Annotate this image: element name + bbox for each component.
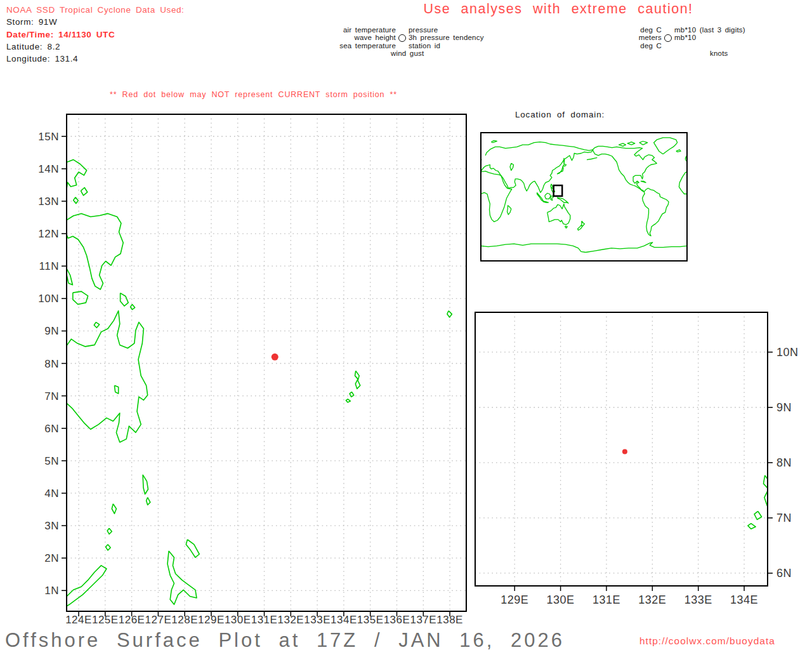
coastline — [784, 221, 791, 230]
y-tick-label: 8N — [776, 456, 792, 469]
x-tick-label: 128E — [171, 614, 198, 626]
x-tick-label: 131E — [251, 614, 278, 626]
coastline — [381, 157, 391, 159]
coastline — [543, 201, 549, 202]
y-tick-label: 11N — [39, 260, 59, 272]
coastline — [676, 150, 681, 152]
main-map: 124E125E126E127E128E129E130E131E132E133E… — [38, 114, 466, 626]
coastline — [106, 545, 111, 550]
coastline — [74, 197, 79, 204]
y-tick-label: 9N — [776, 401, 792, 414]
x-tick-label: 134E — [730, 594, 758, 606]
coastline — [771, 226, 774, 228]
y-tick-label: 10N — [776, 346, 799, 359]
coastline — [470, 150, 475, 152]
coastline — [73, 291, 88, 304]
coastline — [564, 158, 565, 164]
x-tick-label: 132E — [638, 594, 666, 606]
y-tick-label: 4N — [44, 488, 59, 500]
coastline — [112, 504, 116, 514]
coastline — [763, 164, 772, 174]
coastline — [67, 213, 123, 289]
coastline — [355, 371, 360, 388]
coastline — [275, 340, 301, 362]
coastline — [311, 392, 320, 402]
coastline — [107, 528, 112, 534]
coastline — [545, 193, 551, 199]
storm-position-dot — [622, 449, 627, 454]
coastline — [481, 142, 593, 193]
coastline — [265, 302, 275, 329]
x-tick-label: 130E — [225, 614, 251, 626]
coastline — [421, 142, 429, 145]
coastline — [265, 208, 362, 337]
y-tick-label: 9N — [44, 325, 59, 337]
coastline — [67, 311, 148, 442]
map-frame — [475, 312, 768, 586]
coastline — [413, 143, 420, 147]
x-tick-label: 136E — [384, 614, 410, 626]
coastline — [557, 197, 568, 203]
y-tick-label: 7N — [776, 512, 792, 524]
x-tick-label: 138E — [436, 614, 463, 626]
coastline — [757, 196, 760, 201]
coastline — [508, 206, 511, 215]
coastline — [265, 116, 299, 164]
coastline — [357, 343, 371, 365]
coastline — [433, 142, 442, 145]
coastline — [265, 373, 405, 597]
coastline — [435, 181, 440, 182]
map-canvas: 124E125E126E127E128E129E130E131E132E133E… — [0, 0, 812, 650]
coastline — [491, 140, 497, 142]
coastline — [757, 184, 761, 193]
coastline — [643, 189, 669, 236]
coastline — [121, 293, 129, 307]
domain-rectangle — [554, 185, 563, 196]
y-tick-label: 14N — [38, 163, 59, 175]
x-tick-label: 132E — [277, 614, 304, 626]
world-map — [379, 133, 799, 261]
y-tick-label: 7N — [44, 390, 59, 402]
coastline — [557, 164, 566, 174]
coastline — [436, 189, 463, 236]
coastline — [578, 221, 585, 230]
coastline — [510, 163, 514, 170]
x-tick-label: 135E — [357, 614, 384, 626]
coastline — [619, 143, 626, 147]
coastline — [147, 498, 150, 505]
y-tick-label: 13N — [38, 196, 59, 208]
x-tick-label: 131E — [593, 594, 620, 606]
coastline — [763, 197, 775, 203]
x-tick-label: 133E — [684, 594, 712, 606]
coastline — [743, 192, 750, 201]
coastline — [547, 204, 570, 225]
coastline — [716, 163, 720, 170]
storm-position-dot — [272, 354, 278, 361]
x-tick-label: 129E — [198, 614, 225, 626]
coastline — [751, 193, 757, 199]
coastline — [565, 226, 568, 228]
y-tick-label: 8N — [44, 358, 59, 370]
coastline — [749, 201, 755, 202]
x-tick-label: 126E — [119, 614, 145, 626]
y-tick-label: 6N — [44, 423, 59, 435]
coastline — [94, 322, 99, 328]
coastline — [679, 171, 717, 222]
y-tick-label: 15N — [38, 131, 59, 143]
x-tick-label: 133E — [304, 614, 331, 626]
coastline — [654, 138, 678, 154]
coastline — [687, 244, 792, 252]
coastline — [346, 399, 350, 402]
coastline — [754, 204, 776, 225]
coastline — [114, 385, 118, 394]
x-tick-label: 124E — [65, 614, 92, 626]
coastline — [481, 244, 586, 252]
x-tick-label: 134E — [331, 614, 357, 626]
coastline — [448, 138, 471, 154]
coastline — [67, 566, 107, 606]
map-frame — [67, 114, 466, 611]
y-tick-label: 2N — [44, 552, 59, 564]
coastline — [586, 242, 687, 253]
y-tick-label: 1N — [44, 585, 59, 597]
y-tick-label: 10N — [38, 293, 59, 305]
